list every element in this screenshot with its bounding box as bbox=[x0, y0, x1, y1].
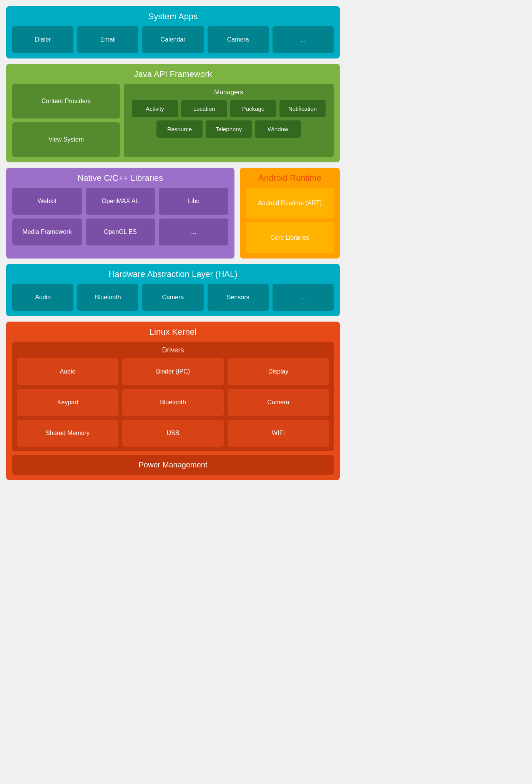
system-app-tile: Email bbox=[77, 26, 138, 53]
native-libs-tiles: WebkitOpenMAX ALLibcMedia FrameworkOpenG… bbox=[12, 188, 228, 245]
linux-kernel-layer: Linux Kernel Drivers AudioBinder (IPC)Di… bbox=[6, 322, 340, 480]
android-runtime-tiles: Android Runtime (ART)Core Libraries bbox=[246, 188, 334, 253]
driver-tile: Shared Memory bbox=[17, 420, 118, 447]
content-providers-tile: Content Providers bbox=[12, 84, 120, 118]
hal-tile: Sensors bbox=[208, 284, 269, 311]
system-apps-tiles: DialerEmailCalendarCamera... bbox=[12, 26, 334, 53]
native-libs-layer: Native C/C++ Libraries WebkitOpenMAX ALL… bbox=[6, 168, 234, 259]
managers-box: Managers ActivityLocationPackageNotifica… bbox=[124, 84, 334, 157]
power-management-label: Power Management bbox=[139, 460, 208, 469]
native-lib-tile: Media Framework bbox=[12, 219, 82, 245]
manager-tile: Telephony bbox=[206, 120, 252, 138]
hal-layer: Hardware Abstraction Layer (HAL) AudioBl… bbox=[6, 264, 340, 316]
system-app-tile: ... bbox=[273, 26, 334, 53]
native-lib-tile: OpenMAX AL bbox=[86, 188, 155, 215]
manager-tile: Package bbox=[230, 100, 276, 117]
manager-tile: Resource bbox=[156, 120, 203, 138]
driver-tile: Binder (IPC) bbox=[122, 358, 224, 385]
managers-title: Managers bbox=[128, 88, 329, 96]
hal-tile: Camera bbox=[142, 284, 203, 311]
driver-tile: Display bbox=[228, 358, 329, 385]
system-apps-title: System Apps bbox=[12, 12, 334, 22]
native-lib-tile: Webkit bbox=[12, 188, 82, 215]
manager-tile: Notification bbox=[279, 100, 326, 117]
power-management-box: Power Management bbox=[12, 455, 334, 475]
android-runtime-layer: Android Runtime Android Runtime (ART)Cor… bbox=[240, 168, 340, 259]
driver-tile: USB bbox=[122, 420, 224, 447]
android-runtime-tile: Android Runtime (ART) bbox=[246, 188, 334, 219]
driver-tile: Audio bbox=[17, 358, 118, 385]
driver-tile: WIFI bbox=[228, 420, 329, 447]
system-app-tile: Camera bbox=[208, 26, 269, 53]
native-lib-tile: ... bbox=[159, 219, 228, 245]
drivers-title: Drivers bbox=[17, 346, 329, 354]
hal-tile: Audio bbox=[12, 284, 73, 311]
system-app-tile: Calendar bbox=[142, 26, 203, 53]
driver-tile: Bluetooth bbox=[122, 389, 224, 416]
system-app-tile: Dialer bbox=[12, 26, 73, 53]
native-libs-title: Native C/C++ Libraries bbox=[12, 173, 228, 183]
hal-title: Hardware Abstraction Layer (HAL) bbox=[12, 269, 334, 279]
system-apps-layer: System Apps DialerEmailCalendarCamera... bbox=[6, 6, 340, 58]
drivers-grid: AudioBinder (IPC)DisplayKeypadBluetoothC… bbox=[17, 358, 329, 447]
native-lib-tile: Libc bbox=[159, 188, 228, 215]
managers-row-1: ActivityLocationPackageNotification bbox=[128, 100, 329, 117]
manager-tile: Window bbox=[255, 120, 301, 138]
java-api-content: Content Providers View System Managers A… bbox=[12, 84, 334, 157]
managers-row-2: ResourceTelephonyWindow bbox=[128, 120, 329, 138]
java-api-left: Content Providers View System bbox=[12, 84, 120, 157]
android-runtime-title: Android Runtime bbox=[246, 173, 334, 183]
driver-tile: Camera bbox=[228, 389, 329, 416]
hal-tile: ... bbox=[273, 284, 334, 311]
drivers-box: Drivers AudioBinder (IPC)DisplayKeypadBl… bbox=[12, 342, 334, 451]
linux-kernel-title: Linux Kernel bbox=[12, 327, 334, 337]
managers-grid: ActivityLocationPackageNotification Reso… bbox=[128, 100, 329, 138]
java-api-layer: Java API Framework Content Providers Vie… bbox=[6, 64, 340, 162]
hal-tiles: AudioBluetoothCameraSensors... bbox=[12, 284, 334, 311]
native-lib-tile: OpenGL ES bbox=[86, 219, 155, 245]
hal-tile: Bluetooth bbox=[77, 284, 138, 311]
manager-tile: Location bbox=[181, 100, 227, 117]
android-runtime-tile: Core Libraries bbox=[246, 222, 334, 253]
middle-row: Native C/C++ Libraries WebkitOpenMAX ALL… bbox=[6, 168, 340, 259]
driver-tile: Keypad bbox=[17, 389, 118, 416]
manager-tile: Activity bbox=[132, 100, 178, 117]
view-system-tile: View System bbox=[12, 122, 120, 157]
java-api-title: Java API Framework bbox=[12, 69, 334, 79]
